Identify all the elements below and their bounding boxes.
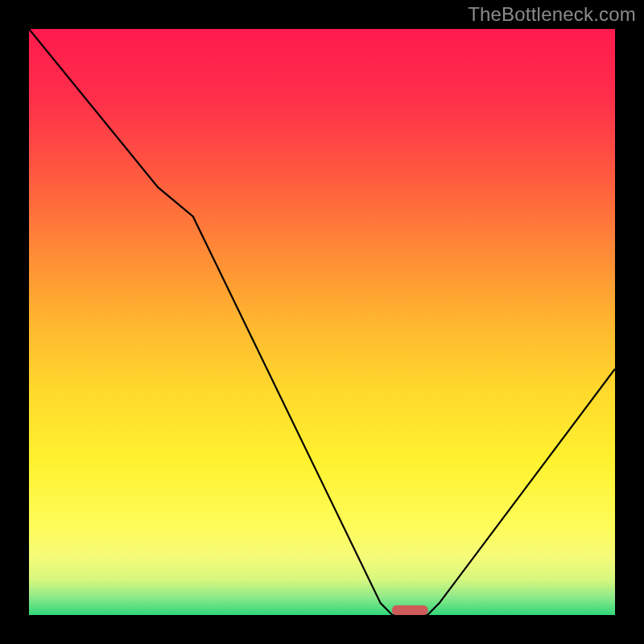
chart-frame: TheBottleneck.com	[0, 0, 644, 644]
watermark-text: TheBottleneck.com	[468, 3, 636, 26]
plot-area	[29, 29, 615, 615]
gradient-background	[29, 29, 615, 615]
optimal-marker	[392, 605, 427, 615]
bottleneck-chart	[29, 29, 615, 615]
